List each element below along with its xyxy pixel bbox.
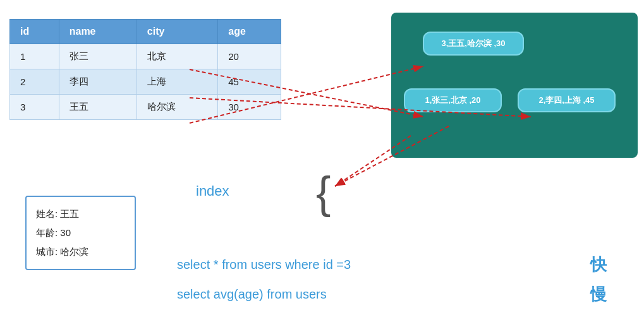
sql-row-2: select avg(age) from users 慢 [177,283,607,305]
result-city: 城市: 哈尔滨 [36,242,125,261]
users-table: id name city age 1张三北京202李四上海453王五哈尔滨30 [9,19,281,120]
col-header-name: name [59,20,137,44]
table-cell: 上海 [137,69,217,95]
sql-speed-2: 慢 [590,283,607,305]
table-cell: 45 [218,69,281,95]
result-age: 年龄: 30 [36,223,125,242]
table-cell: 李四 [59,69,137,95]
sql-row-1: select * from users where id =3 快 [177,254,607,276]
result-name: 姓名: 王五 [36,205,125,223]
index-node-bottom-left: 1,张三,北京 ,20 [404,88,502,112]
table-row: 2李四上海45 [10,69,281,95]
sql-query-2: select avg(age) from users [177,287,578,302]
table-cell: 2 [10,69,59,95]
index-visualization: 3,王五,哈尔滨 ,30 1,张三,北京 ,20 2,李四,上海 ,45 [391,13,638,164]
table-cell: 王五 [59,95,137,120]
index-label: index [196,183,229,199]
table-cell: 30 [218,95,281,120]
table-row: 1张三北京20 [10,44,281,69]
sql-query-1: select * from users where id =3 [177,258,578,272]
table-cell: 张三 [59,44,137,69]
table-cell: 3 [10,95,59,120]
table-cell: 1 [10,44,59,69]
sql-speed-1: 快 [590,254,607,276]
table-cell: 20 [218,44,281,69]
index-brace: { [316,170,331,215]
index-node-bottom-right: 2,李四,上海 ,45 [518,88,616,112]
table-cell: 北京 [137,44,217,69]
data-table-section: id name city age 1张三北京202李四上海453王五哈尔滨30 [9,19,281,120]
col-header-id: id [10,20,59,44]
col-header-city: city [137,20,217,44]
sql-section: select * from users where id =3 快 select… [177,254,607,313]
index-node-top: 3,王五,哈尔滨 ,30 [423,32,524,56]
table-row: 3王五哈尔滨30 [10,95,281,120]
col-header-age: age [218,20,281,44]
result-box: 姓名: 王五 年龄: 30 城市: 哈尔滨 [25,196,136,270]
table-cell: 哈尔滨 [137,95,217,120]
